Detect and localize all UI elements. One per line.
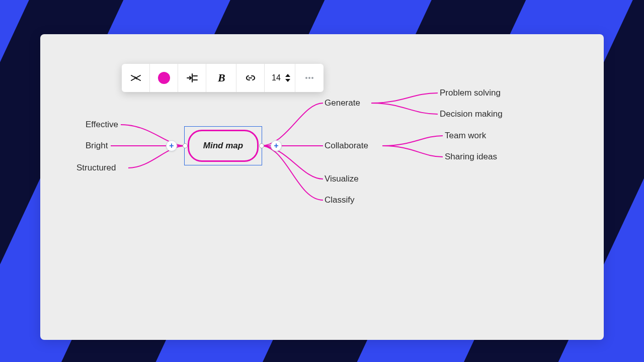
- font-size-up-icon[interactable]: [285, 73, 291, 77]
- more-options-button[interactable]: [295, 64, 324, 92]
- node-classify[interactable]: Classify: [325, 195, 355, 205]
- node-structured[interactable]: Structured: [76, 163, 116, 173]
- node-effective[interactable]: Effective: [86, 120, 118, 130]
- handle-left[interactable]: [183, 143, 188, 148]
- handle-right[interactable]: [259, 143, 264, 148]
- node-sharing-ideas[interactable]: Sharing ideas: [445, 152, 497, 162]
- color-swatch-icon: [158, 72, 170, 84]
- node-visualize[interactable]: Visualize: [325, 174, 359, 184]
- svg-point-2: [308, 77, 310, 79]
- add-left-button[interactable]: +: [166, 140, 177, 151]
- add-right-button[interactable]: +: [271, 140, 282, 151]
- link-button[interactable]: [236, 64, 265, 92]
- editor-card: B 14: [40, 34, 604, 340]
- center-node-label: Mind map: [203, 141, 243, 151]
- node-problem-solving[interactable]: Problem solving: [440, 88, 501, 98]
- node-team-work[interactable]: Team work: [445, 131, 486, 141]
- node-decision-making[interactable]: Decision making: [440, 109, 503, 119]
- node-generate[interactable]: Generate: [325, 98, 360, 108]
- color-button[interactable]: [150, 64, 178, 92]
- font-size-control[interactable]: 14: [265, 64, 295, 92]
- font-size-value: 14: [272, 73, 281, 82]
- node-collaborate[interactable]: Collaborate: [325, 141, 368, 151]
- svg-text:B: B: [217, 72, 225, 83]
- svg-point-3: [311, 77, 313, 79]
- svg-point-1: [305, 77, 307, 79]
- bold-button[interactable]: B: [206, 64, 236, 92]
- formatting-toolbar: B 14: [122, 64, 324, 92]
- cut-branch-button[interactable]: [122, 64, 150, 92]
- font-size-down-icon[interactable]: [285, 78, 291, 82]
- node-bright[interactable]: Bright: [86, 141, 108, 151]
- center-node[interactable]: Mind map: [188, 130, 259, 162]
- alignment-button[interactable]: [178, 64, 206, 92]
